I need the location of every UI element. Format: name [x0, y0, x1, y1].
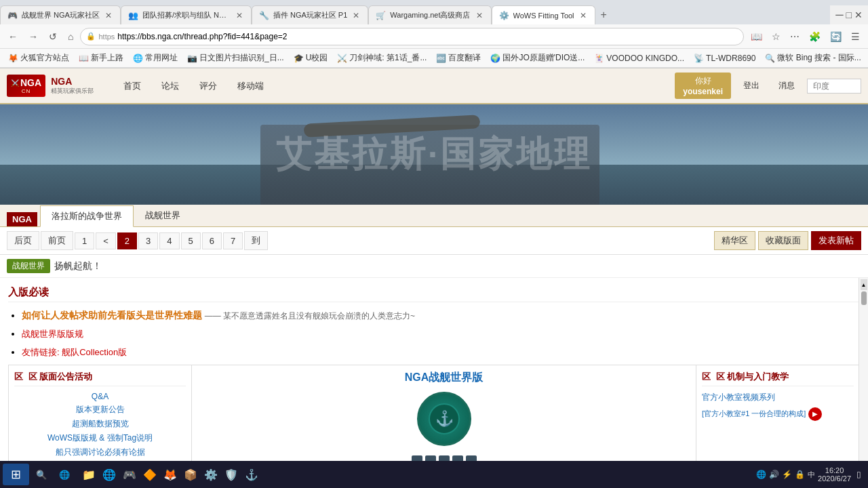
taskbar-search-btn[interactable]: 🔍	[31, 464, 52, 485]
tab-2[interactable]: 👥 团队招募/求职与组队 NGA玩... ✕	[121, 5, 252, 24]
scroll-up-btn[interactable]: ▲	[861, 279, 867, 290]
nav-forum[interactable]: 论坛	[152, 77, 189, 95]
col-left-link-2[interactable]: 版本更新公告	[14, 404, 186, 415]
tab-5-close[interactable]: ✕	[578, 9, 588, 22]
tab-1-close[interactable]: ✕	[104, 9, 113, 22]
page-go-btn[interactable]: 到	[244, 231, 268, 250]
bookmark-newbie[interactable]: 📖 新手上路	[75, 51, 127, 65]
must-read-link-2[interactable]: 战舰世界版版规	[22, 329, 83, 339]
tab-5-label: WoWS Fitting Tool	[513, 12, 574, 20]
minimize-button[interactable]: ─	[835, 9, 843, 21]
tab-3[interactable]: 🔧 插件 NGA玩家社区 P1 ✕	[252, 5, 368, 24]
nga-user-greeting[interactable]: 你好 yousenkei	[675, 73, 731, 99]
taskbar-cortana-btn[interactable]: 🌐	[54, 464, 75, 485]
bookmark-firefox-icon: 🦊	[8, 54, 18, 63]
page-7-btn[interactable]: 7	[223, 232, 243, 249]
must-read-list: 如何让人发帖求助前先看版头是世界性难题 —— 某不愿意透露姓名且没有舰娘玩会崩溃…	[8, 308, 860, 359]
taskbar-settings-icon[interactable]: ⚙️	[201, 465, 220, 484]
bookmark-tl[interactable]: 📡 TL-WDR8690	[690, 52, 760, 64]
forward-button[interactable]: →	[24, 30, 42, 43]
nav-mobile[interactable]: 移动端	[228, 77, 273, 95]
bookmark-bing[interactable]: 🔍 微软 Bing 搜索 - 国际...	[761, 51, 865, 65]
nga-header: ⚔️ NGA CN NGA 精英玩家俱乐部 首页 论坛 评分 移动端 你好 yo…	[0, 68, 868, 104]
taskbar-game2-icon[interactable]: 🔶	[140, 465, 159, 484]
more-actions-button[interactable]: ⋯	[786, 30, 804, 43]
bookmark-overseas[interactable]: 🌍 国外JO原题赠'DIO送...	[486, 51, 589, 65]
best-posts-btn[interactable]: 精华区	[714, 231, 755, 250]
new-post-btn[interactable]: 发表新帖	[811, 231, 861, 250]
page-1-btn[interactable]: 1	[75, 232, 94, 249]
nav-home[interactable]: 首页	[114, 77, 151, 95]
refresh-button[interactable]: ↺	[45, 30, 61, 43]
tab-1[interactable]: 🎮 战舰世界 NGA玩家社区 ✕	[0, 5, 121, 24]
start-button[interactable]: ⊞	[3, 464, 29, 485]
page-4-btn[interactable]: 4	[159, 232, 179, 249]
taskbar-datetime[interactable]: 16:20 2020/6/27	[818, 466, 851, 483]
col-left-link-5[interactable]: 船只强调讨论必须有论据	[14, 447, 186, 458]
bookmarks-bar: 🦊 火狐官方站点 📖 新手上路 🌐 常用网址 📷 日文图片扫描识别_日... 🎓…	[0, 49, 868, 68]
bookmark-forum-btn[interactable]: 收藏版面	[758, 231, 808, 250]
tab-5[interactable]: ⚙️ WoWS Fitting Tool ✕	[492, 5, 595, 24]
bookmark-common[interactable]: 🌐 常用网址	[129, 51, 182, 65]
taskbar-shield-icon[interactable]: 🛡️	[222, 465, 241, 484]
must-read-link-1[interactable]: 如何让人发帖求助前先看版头是世界性难题	[22, 310, 202, 321]
nga-search-input[interactable]	[807, 79, 861, 94]
col-right-link-2[interactable]: [官方小教室#1 一份合理的构成]	[702, 409, 806, 419]
taskbar-files-icon[interactable]: 📁	[79, 465, 98, 484]
menu-button[interactable]: ☰	[847, 30, 864, 43]
tab-4-close[interactable]: ✕	[475, 9, 484, 22]
col-left-link-1[interactable]: Q&A	[14, 392, 186, 401]
section-tab-wows[interactable]: 战舰世界	[134, 205, 192, 226]
maximize-button[interactable]: □	[846, 9, 852, 20]
back-button[interactable]: ←	[4, 30, 22, 43]
forum-subtitle: 扬帆起航！	[54, 260, 102, 272]
sync-button[interactable]: 🔄	[826, 30, 846, 43]
bookmark-ucampus[interactable]: 🎓 U校园	[290, 51, 332, 65]
tab-3-close[interactable]: ✕	[351, 9, 361, 22]
bookmark-firefox[interactable]: 🦊 火狐官方站点	[4, 51, 73, 65]
tab-4[interactable]: 🛒 Wargaming.net高级商店 ✕	[368, 5, 491, 24]
nav-rating[interactable]: 评分	[190, 77, 226, 95]
nga-icon: ⚔️	[11, 79, 19, 87]
tab-2-close[interactable]: ✕	[235, 9, 244, 22]
last-page-btn[interactable]: 前页	[41, 231, 73, 250]
prev-page-btn[interactable]: 后页	[7, 231, 39, 250]
page-6-btn[interactable]: 6	[202, 232, 222, 249]
taskbar-game1-icon[interactable]: 🎮	[120, 465, 139, 484]
extensions-button[interactable]: 🧩	[805, 30, 825, 43]
page-2-btn[interactable]: 2	[117, 232, 137, 249]
taskbar-downloads-icon[interactable]: 📦	[181, 465, 200, 484]
play-button[interactable]: ▶	[808, 407, 822, 421]
home-button[interactable]: ⌂	[64, 30, 77, 43]
scroll-thumb[interactable]	[861, 291, 867, 305]
col-left-link-3[interactable]: 超测船数据预览	[14, 418, 186, 430]
taskbar-pinned: 📁 🌐 🎮 🔶 🦊 📦 ⚙️ 🛡️ ⚓	[77, 465, 264, 484]
reader-view-button[interactable]: 📖	[747, 30, 766, 43]
section-tab-warworld[interactable]: 洛拉斯的战争世界	[40, 205, 134, 227]
taskbar-ship-icon[interactable]: ⚓	[242, 465, 261, 484]
taskbar-firefox-icon[interactable]: 🦊	[161, 465, 180, 484]
nga-logout[interactable]: 登出	[736, 77, 766, 94]
bookmark-voodoo[interactable]: 🃏 VOODOO KINGDO...	[590, 52, 688, 64]
must-read-note-1: —— 某不愿意透露姓名且没有舰娘玩会崩溃的人类意志力~	[205, 311, 415, 321]
col-right-link-1[interactable]: 官方小教室视频系列	[702, 392, 854, 403]
close-button[interactable]: ✕	[854, 9, 863, 20]
bookmark-sword[interactable]: ⚔️ 刀剑神域: 第1话_番...	[333, 51, 431, 65]
bookmark-japanese[interactable]: 📷 日文图片扫描识别_日...	[183, 51, 288, 65]
page-lt-btn[interactable]: <	[96, 232, 116, 249]
must-read-link-3[interactable]: 友情链接: 舰队Collection版	[22, 347, 127, 357]
new-tab-button[interactable]: +	[595, 5, 612, 24]
page-3-btn[interactable]: 3	[138, 232, 158, 249]
svg-text:⚓: ⚓	[435, 409, 454, 428]
tray-security-icon: 🔒	[795, 470, 805, 479]
bookmark-baidu[interactable]: 🔤 百度翻译	[432, 51, 485, 65]
nga-messages[interactable]: 消息	[772, 77, 802, 94]
taskbar-browser-icon[interactable]: 🌐	[100, 465, 119, 484]
show-desktop-icon[interactable]: ▯	[856, 470, 861, 479]
must-read-item-2: 战舰世界版版规	[22, 327, 860, 342]
page-5-btn[interactable]: 5	[181, 232, 201, 249]
taskbar-tray: 🌐 🔊 ⚡ 🔒 中 16:20 2020/6/27 ▯	[756, 466, 865, 483]
address-input[interactable]	[117, 32, 738, 41]
col-left-link-4[interactable]: WoWS版版规 & 强制Tag说明	[14, 432, 186, 444]
bookmark-button[interactable]: ☆	[768, 30, 785, 43]
